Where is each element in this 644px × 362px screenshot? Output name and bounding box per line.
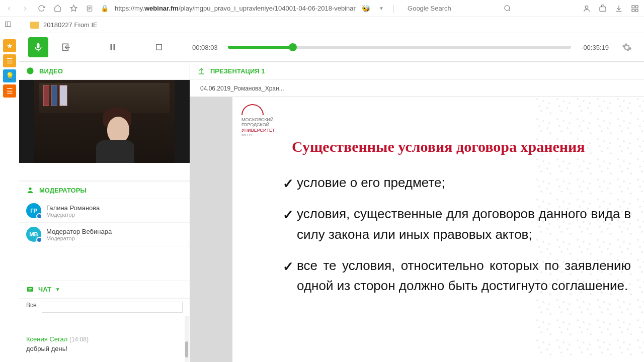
video-thumbnail[interactable] (19, 80, 190, 163)
presentation-file-tab[interactable]: 04.06.2019_Романова_Хран... (197, 85, 287, 92)
chat-panel-header[interactable]: ЧАТ ▼ (19, 281, 190, 299)
back-button[interactable] (4, 4, 14, 14)
chat-filter-label[interactable]: Все (26, 302, 37, 313)
rail-rss-icon[interactable]: ☰ (3, 84, 16, 98)
mic-button[interactable] (28, 37, 48, 57)
svg-rect-11 (635, 6, 638, 8)
avatar: МВ (26, 227, 41, 242)
moderator-role: Модератор (46, 212, 100, 218)
bee-icon[interactable]: 🐝 (362, 5, 370, 13)
star-button[interactable] (68, 4, 78, 14)
presentation-tabs: 04.06.2019_Романова_Хран... (190, 80, 644, 97)
search-input[interactable] (406, 3, 496, 14)
bookmarks-bar: 20180227 From IE (0, 17, 644, 33)
svg-marker-0 (70, 5, 77, 11)
chat-msg-time: (14:08) (69, 336, 89, 343)
sidebar-toggle-icon[interactable] (4, 21, 12, 29)
browser-toolbar: 🔒 https://my.webinar.fm/play/mgpu_pravo_… (0, 0, 644, 17)
chat-panel-title: ЧАТ (38, 286, 51, 293)
profile-icon[interactable] (582, 4, 592, 14)
svg-point-22 (27, 67, 33, 74)
moderator-name: Модератор Вебинара (46, 228, 112, 235)
bookmark-folder[interactable]: 20180227 From IE (43, 21, 98, 29)
shop-icon[interactable] (598, 4, 608, 14)
presentation-panel-title: ПРЕЗЕНТАЦИЯ 1 (210, 67, 265, 75)
moderator-name: Галина Романова (46, 204, 100, 212)
moderators-panel-title: МОДЕРАТОРЫ (39, 187, 87, 194)
left-rail: ★ ☰ 💡 ☰ (0, 33, 19, 98)
slide-bullet: все те условия, относительно которых по … (283, 255, 631, 296)
slide-area[interactable]: московский городской университет МГПУ Су… (190, 97, 644, 362)
slide-bullets: условие о его предмете;условия, существе… (283, 172, 631, 307)
svg-rect-13 (635, 9, 638, 12)
apps-icon[interactable] (630, 4, 640, 14)
rail-ideas-icon[interactable]: 💡 (3, 69, 16, 82)
svg-rect-24 (27, 287, 33, 291)
pause-button[interactable] (105, 39, 121, 55)
search-icon[interactable] (502, 4, 512, 14)
folder-icon (30, 22, 39, 29)
chat-filter: Все (19, 299, 190, 316)
forward-button[interactable] (20, 4, 30, 14)
video-panel-header: ВИДЕО (19, 62, 190, 80)
chat-input[interactable] (42, 302, 183, 313)
home-button[interactable] (52, 4, 62, 14)
video-panel-title: ВИДЕО (39, 67, 63, 75)
svg-point-5 (504, 6, 509, 11)
progress-bar[interactable] (228, 46, 571, 49)
svg-rect-10 (632, 6, 634, 8)
download-icon[interactable] (614, 4, 624, 14)
moderators-panel-header: МОДЕРАТОРЫ (19, 181, 190, 199)
lock-icon: 🔒 (101, 5, 109, 12)
stop-button[interactable] (151, 39, 167, 55)
slide-logo: московский городской университет МГПУ (242, 104, 275, 137)
chat-body: Ксения Сегал (14:08) добрый день! (19, 316, 190, 363)
svg-rect-14 (6, 22, 11, 26)
exit-button[interactable] (58, 39, 74, 55)
notes-button[interactable] (85, 4, 95, 14)
svg-rect-20 (114, 44, 115, 50)
svg-rect-12 (632, 9, 634, 12)
svg-rect-8 (600, 7, 606, 11)
reload-button[interactable] (36, 4, 46, 14)
chat-msg-user: Ксения Сегал (26, 335, 67, 343)
svg-point-7 (585, 6, 588, 8)
player-bar: 00:08:03 -00:35:19 (19, 33, 644, 61)
svg-point-23 (29, 188, 31, 190)
url-display[interactable]: https://my.webinar.fm/play/mgpu_pravo_i_… (115, 5, 356, 12)
moderator-item[interactable]: МВМодератор ВебинараМодератор (19, 223, 190, 246)
svg-rect-21 (156, 45, 162, 50)
time-remaining: -00:35:19 (581, 44, 609, 51)
moderator-item[interactable]: ГРГалина РомановаМодератор (19, 199, 190, 223)
rail-readlist-icon[interactable]: ☰ (3, 54, 16, 67)
rail-favorites-icon[interactable]: ★ (3, 39, 16, 52)
url-dropdown[interactable]: ▼ (376, 4, 386, 14)
chat-scrollbar[interactable] (185, 316, 189, 363)
video-gap (19, 163, 190, 181)
moderator-role: Модератор (46, 235, 112, 241)
slide-bullet: условия, существенные для договоров данн… (283, 204, 631, 244)
presentation-panel-header: ПРЕЗЕНТАЦИЯ 1 (190, 62, 644, 80)
svg-line-6 (509, 10, 510, 11)
svg-rect-19 (111, 44, 112, 50)
slide-title: Существенные условия договора хранения (292, 138, 624, 155)
chat-msg-text: добрый день! (26, 345, 183, 352)
time-elapsed: 00:08:03 (192, 44, 218, 51)
chat-dropdown-icon[interactable]: ▼ (55, 287, 60, 292)
slide-bullet: условие о его предмете; (283, 172, 631, 193)
settings-button[interactable] (619, 39, 635, 55)
avatar: ГР (26, 203, 41, 218)
